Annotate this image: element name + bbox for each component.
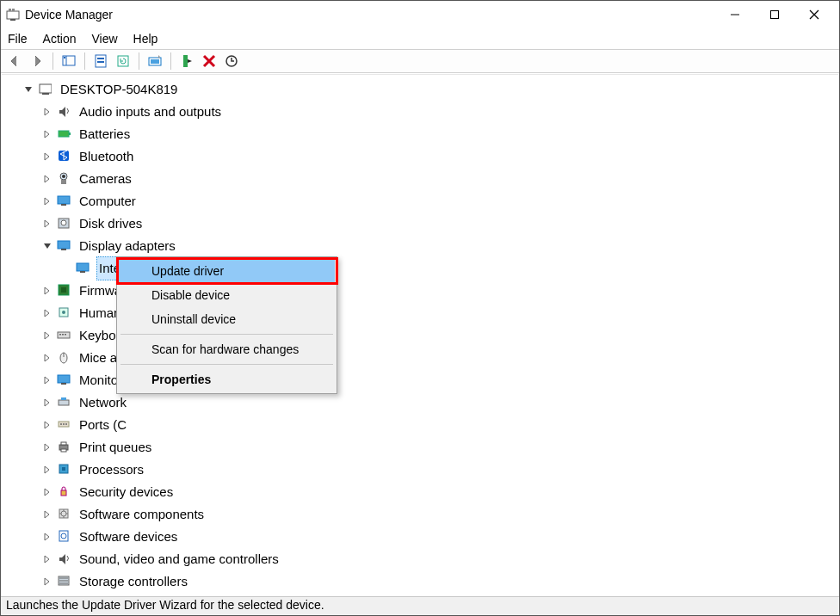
svg-rect-30 [61, 204, 66, 206]
svg-rect-21 [40, 84, 52, 93]
expand-collapse-icon[interactable] [41, 307, 53, 319]
expand-collapse-icon[interactable] [41, 374, 53, 386]
svg-point-32 [61, 220, 66, 225]
menu-file[interactable]: File [8, 32, 28, 46]
tree-category-label: Audio inputs and outputs [77, 101, 223, 123]
maximize-button[interactable] [755, 1, 794, 28]
tree-category[interactable]: Batteries [9, 123, 838, 145]
context-menu-item[interactable]: Uninstall device [119, 307, 335, 331]
svg-rect-28 [61, 180, 66, 184]
device-category-icon [57, 305, 72, 321]
toolbar-separator [170, 52, 171, 70]
context-menu-item[interactable]: Scan for hardware changes [119, 337, 335, 361]
expand-collapse-icon[interactable] [41, 531, 53, 543]
context-menu-item[interactable]: Update driver [119, 259, 335, 283]
expand-collapse-icon[interactable] [41, 352, 53, 364]
statusbar-text: Launches the Update Driver Wizard for th… [6, 598, 324, 612]
svg-rect-50 [61, 397, 66, 400]
expand-collapse-icon[interactable] [41, 486, 53, 498]
context-menu: Update driverDisable deviceUninstall dev… [116, 256, 337, 394]
tree-category-label: Disk drives [77, 213, 144, 235]
device-category-icon [57, 417, 72, 433]
uninstall-button[interactable] [199, 52, 219, 71]
tree-category[interactable]: Storage controllers [9, 570, 838, 593]
svg-rect-22 [42, 93, 49, 95]
enable-device-button[interactable] [176, 52, 197, 71]
expand-collapse-icon[interactable] [41, 330, 53, 342]
tree-category[interactable]: Cameras [9, 168, 838, 190]
expand-collapse-icon[interactable] [41, 240, 53, 252]
scan-hardware-button[interactable] [221, 52, 242, 71]
menu-view[interactable]: View [91, 32, 117, 46]
app-icon [6, 8, 20, 22]
tree-category[interactable]: System devices [9, 593, 838, 594]
forward-button[interactable] [27, 52, 47, 71]
expand-collapse-icon[interactable] [41, 508, 53, 521]
context-menu-item[interactable]: Disable device [119, 283, 335, 307]
tree-category[interactable]: Ports (C [9, 414, 838, 436]
svg-rect-12 [97, 58, 104, 59]
expand-collapse-icon[interactable] [41, 218, 53, 230]
expand-collapse-icon[interactable] [22, 83, 34, 95]
update-driver-button[interactable] [145, 52, 165, 71]
expand-collapse-icon[interactable] [41, 128, 53, 140]
close-button[interactable] [794, 1, 834, 28]
tree-root-label: DESKTOP-504K819 [59, 78, 179, 101]
tree-category[interactable]: Disk drives [9, 213, 838, 235]
expand-collapse-icon[interactable] [41, 195, 53, 207]
expand-collapse-icon[interactable] [41, 464, 53, 476]
menu-action[interactable]: Action [43, 32, 77, 46]
tree-category[interactable]: Bluetooth [9, 145, 838, 168]
properties-button[interactable] [90, 52, 111, 71]
toolbar [1, 49, 839, 73]
expand-collapse-icon[interactable] [41, 151, 53, 163]
tree-category-label: Processors [77, 459, 145, 481]
svg-rect-49 [59, 400, 69, 405]
expand-collapse-icon[interactable] [41, 285, 53, 297]
tree-category-label: Storage controllers [77, 570, 189, 593]
expand-collapse-icon[interactable] [41, 419, 53, 431]
expand-collapse-icon[interactable] [41, 173, 53, 185]
svg-rect-56 [61, 442, 66, 445]
expand-collapse-icon[interactable] [41, 441, 53, 453]
tree-category[interactable]: Sound, video and game controllers [9, 548, 838, 570]
tree-category-label: Display adapters [77, 235, 177, 257]
tree-category[interactable]: Security devices [9, 481, 838, 503]
device-category-icon [57, 283, 72, 299]
tree-category[interactable]: Display adapters [9, 235, 838, 257]
expand-collapse-icon[interactable] [41, 397, 53, 409]
device-category-icon [57, 507, 72, 522]
tree-category[interactable]: Print queues [9, 436, 838, 459]
svg-rect-35 [77, 263, 89, 271]
tree-category[interactable]: Software components [9, 503, 838, 526]
svg-rect-60 [61, 490, 66, 496]
tree-category[interactable]: Computer [9, 190, 838, 213]
tree-category[interactable]: Software devices [9, 526, 838, 548]
expand-collapse-icon[interactable] [41, 106, 53, 118]
toolbar-separator [84, 52, 85, 70]
expand-collapse-icon[interactable] [41, 576, 53, 588]
menubar: File Action View Help [1, 28, 839, 49]
svg-point-53 [63, 423, 65, 425]
context-menu-item[interactable]: Properties [119, 367, 335, 391]
minimize-button[interactable] [715, 1, 755, 28]
device-category-icon [57, 149, 72, 164]
svg-rect-59 [62, 467, 65, 471]
svg-rect-57 [61, 449, 66, 452]
show-hide-console-button[interactable] [59, 52, 79, 71]
refresh-button[interactable] [113, 52, 133, 71]
svg-rect-23 [59, 131, 69, 137]
svg-point-54 [65, 423, 67, 425]
svg-rect-43 [62, 334, 64, 336]
back-button[interactable] [4, 52, 25, 71]
device-category-icon [57, 373, 72, 388]
expand-collapse-icon[interactable] [41, 553, 53, 565]
tree-category[interactable]: Processors [9, 459, 838, 481]
menu-help[interactable]: Help [133, 32, 158, 46]
tree-category[interactable]: Network [9, 391, 838, 414]
tree-category[interactable]: Audio inputs and outputs [9, 101, 838, 123]
svg-rect-13 [97, 61, 104, 63]
tree-root[interactable]: DESKTOP-504K819 [9, 78, 838, 101]
device-category-icon [57, 238, 72, 254]
device-category-icon [57, 171, 72, 187]
